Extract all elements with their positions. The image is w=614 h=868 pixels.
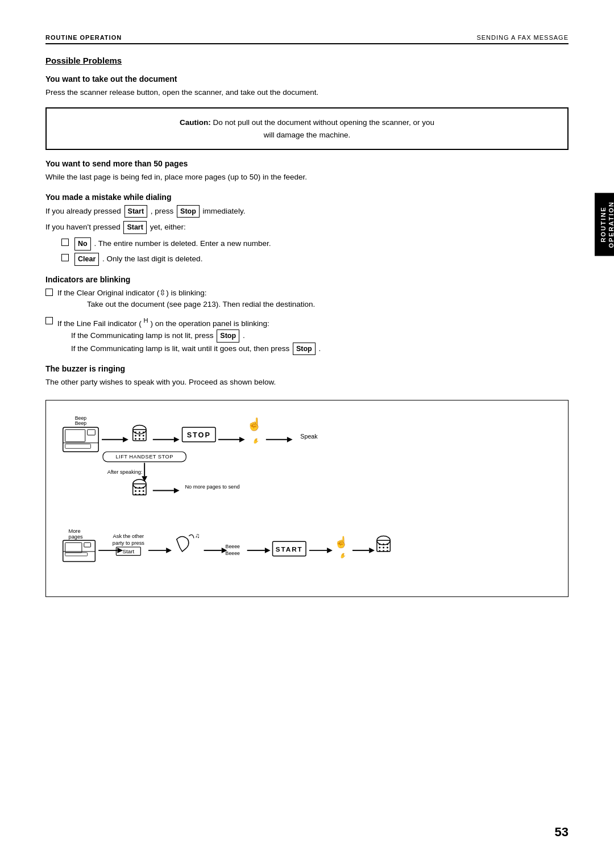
svg-rect-2	[63, 427, 98, 452]
svg-point-14	[135, 435, 136, 436]
svg-rect-52	[63, 540, 96, 561]
svg-rect-54	[84, 542, 91, 547]
svg-rect-4	[88, 429, 96, 435]
stop-btn-3: Stop	[293, 343, 316, 356]
no-btn: No	[74, 237, 91, 251]
svg-text:☝: ☝	[334, 535, 349, 549]
svg-point-45	[139, 494, 140, 495]
svg-rect-80	[377, 540, 390, 552]
svg-rect-56	[65, 552, 88, 556]
svg-point-16	[143, 435, 144, 436]
svg-text:Ask the other: Ask the other	[113, 533, 144, 539]
svg-point-39	[139, 487, 140, 489]
svg-marker-64	[166, 548, 172, 553]
svg-point-42	[139, 490, 140, 492]
section-title: Possible Problems	[45, 56, 569, 65]
svg-point-40	[143, 487, 144, 489]
clear-btn: Clear	[74, 253, 99, 266]
svg-text:Beep: Beep	[75, 415, 87, 420]
svg-point-43	[143, 490, 144, 492]
svg-point-88	[379, 550, 380, 552]
heading-indicators: Indicators are blinking	[45, 275, 569, 284]
svg-point-85	[379, 546, 380, 548]
checkbox-no	[61, 239, 69, 246]
page: ROUTINE OPERATION SENDING A FAX MESSAGE …	[0, 0, 614, 868]
svg-marker-21	[174, 437, 180, 443]
svg-point-41	[135, 490, 136, 492]
svg-text:Beeee: Beeee	[226, 550, 240, 556]
svg-text:✋: ✋	[339, 552, 347, 558]
page-number: 53	[555, 825, 569, 840]
svg-point-86	[383, 546, 384, 548]
svg-marker-71	[265, 548, 271, 553]
check-clear-original: If the Clear Original indicator (⇳) is b…	[45, 287, 569, 311]
svg-point-84	[387, 543, 388, 545]
checkbox-line-fail	[45, 317, 53, 324]
line-fail-sub-2: If the Communicating lamp is lit, wait u…	[57, 343, 321, 356]
svg-point-15	[139, 435, 140, 436]
svg-point-82	[379, 543, 380, 545]
svg-text:party to press: party to press	[113, 540, 144, 546]
checkbox-clear-original	[45, 289, 53, 296]
svg-marker-25	[239, 437, 245, 443]
svg-point-38	[135, 487, 136, 489]
start-btn-2: Start	[123, 221, 146, 234]
svg-text:♫: ♫	[195, 532, 200, 539]
svg-point-87	[387, 546, 388, 548]
diagram-box: Beep Beep	[45, 400, 569, 597]
side-tab-text: ROUTINEOPERATION	[600, 201, 614, 248]
heading-mistake-dialing: You made a mistake while dialing	[45, 193, 569, 202]
svg-text:pages: pages	[69, 534, 84, 540]
check-line-fail-text: If the Line Fail indicator ( H ) on the …	[57, 316, 321, 355]
svg-point-19	[143, 438, 144, 440]
check-no-text: No . The entire number is deleted. Enter…	[73, 237, 271, 251]
svg-point-12	[139, 431, 140, 433]
svg-text:After speaking:: After speaking:	[107, 469, 143, 475]
svg-point-17	[135, 438, 136, 440]
svg-rect-3	[65, 429, 85, 441]
stop-btn-1: Stop	[177, 205, 200, 218]
header-left: ROUTINE OPERATION	[45, 34, 122, 41]
line-fail-sub-1: If the Communicating lamp is not lit, pr…	[57, 329, 321, 343]
svg-text:STOP: STOP	[187, 431, 211, 439]
svg-text:✋: ✋	[252, 437, 260, 444]
svg-point-83	[383, 543, 384, 545]
svg-text:START: START	[276, 545, 303, 553]
check-no: No . The entire number is deleted. Enter…	[45, 237, 569, 251]
para-send-more: While the last page is being fed in, pla…	[45, 172, 569, 183]
svg-point-46	[143, 494, 144, 495]
check-line-fail: If the Line Fail indicator ( H ) on the …	[45, 316, 569, 355]
svg-text:☝: ☝	[247, 417, 262, 432]
svg-point-44	[135, 494, 136, 495]
svg-point-89	[383, 550, 384, 552]
svg-rect-53	[65, 542, 82, 553]
svg-marker-48	[174, 487, 180, 493]
svg-marker-29	[287, 437, 293, 443]
check-clear-text: Clear . Only the last digit is deleted.	[73, 253, 202, 266]
checkbox-clear	[61, 254, 69, 261]
svg-text:Start: Start	[123, 548, 135, 554]
heading-send-more: You want to send more than 50 pages	[45, 159, 569, 168]
clear-original-sub: Take out the document (see page 213). Th…	[57, 299, 315, 310]
heading-take-out-doc: You want to take out the document	[45, 74, 569, 84]
svg-marker-79	[369, 548, 375, 553]
svg-text:No more pages to send: No more pages to send	[185, 483, 239, 489]
svg-point-90	[387, 550, 388, 552]
svg-text:LIFT HANDSET STOP: LIFT HANDSET STOP	[115, 454, 173, 460]
svg-text:Beeee: Beeee	[226, 544, 240, 549]
header-bar: ROUTINE OPERATION SENDING A FAX MESSAGE	[45, 34, 569, 44]
para-buzzer: The other party wishes to speak with you…	[45, 377, 569, 388]
svg-point-18	[139, 438, 140, 440]
svg-point-13	[143, 431, 144, 433]
check-clear: Clear . Only the last digit is deleted.	[45, 253, 569, 266]
side-tab: ROUTINEOPERATION	[595, 193, 614, 256]
para-mistake-1: If you already pressed Start , press Sto…	[45, 205, 569, 218]
svg-rect-6	[65, 444, 91, 448]
svg-marker-75	[327, 548, 333, 553]
caution-text: Do not pull out the document without ope…	[213, 118, 435, 139]
diagram-svg: Beep Beep	[57, 412, 557, 583]
caution-box: Caution: Do not pull out the document wi…	[45, 107, 569, 150]
caution-label: Caution:	[180, 118, 211, 127]
svg-text:Speak: Speak	[300, 433, 318, 440]
svg-point-11	[135, 431, 136, 433]
